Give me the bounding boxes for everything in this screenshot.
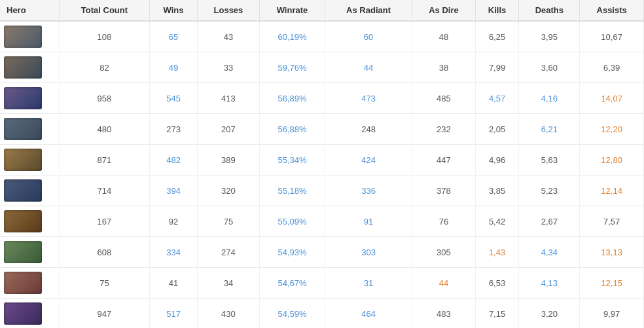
cell-wins: 41	[150, 268, 197, 299]
cell-winrate: 59,76%	[260, 52, 325, 83]
cell-deaths: 5,63	[519, 145, 580, 175]
hero-image	[4, 210, 42, 232]
cell-dire: 48	[412, 21, 475, 52]
hero-cell[interactable]	[0, 21, 59, 52]
cell-kills: 7,15	[475, 299, 519, 329]
cell-winrate: 55,09%	[260, 206, 325, 237]
hero-cell[interactable]	[0, 206, 59, 237]
cell-wins: 482	[150, 145, 197, 175]
cell-winrate: 56,89%	[260, 83, 325, 114]
cell-wins: 334	[150, 237, 197, 268]
hero-cell[interactable]	[0, 83, 59, 114]
hero-image	[4, 179, 42, 202]
table-row: 95854541356,89%4734854,574,1614,07	[0, 83, 644, 114]
cell-assists: 6,39	[580, 52, 644, 83]
hero-image	[4, 272, 42, 294]
table-row: 108654360,19%60486,253,9510,67	[0, 21, 644, 52]
column-header-winrate: Winrate	[260, 0, 325, 21]
cell-assists: 12,14	[580, 175, 644, 206]
hero-image	[4, 87, 42, 109]
table-row: 94751743054,59%4644837,153,209,97	[0, 299, 644, 329]
cell-winrate: 54,93%	[260, 237, 325, 268]
cell-kills: 4,96	[475, 145, 519, 175]
table-row: 82493359,76%44387,993,606,39	[0, 52, 644, 83]
cell-dire: 232	[412, 114, 475, 145]
cell-assists: 12,15	[580, 268, 644, 299]
column-header-as-radiant: As Radiant	[325, 0, 412, 21]
column-header-wins: Wins	[150, 0, 197, 21]
cell-radiant: 31	[325, 268, 412, 299]
cell-wins: 517	[150, 299, 197, 329]
cell-deaths: 4,13	[519, 268, 580, 299]
column-header-total-count: Total Count	[59, 0, 150, 21]
hero-cell[interactable]	[0, 268, 59, 299]
cell-radiant: 60	[325, 21, 412, 52]
cell-wins: 92	[150, 206, 197, 237]
cell-kills: 6,53	[475, 268, 519, 299]
cell-kills: 7,99	[475, 52, 519, 83]
cell-total: 167	[59, 206, 150, 237]
cell-assists: 7,57	[580, 206, 644, 237]
cell-deaths: 6,21	[519, 114, 580, 145]
cell-assists: 10,67	[580, 21, 644, 52]
cell-losses: 430	[197, 299, 259, 329]
table-row: 75413454,67%31446,534,1312,15	[0, 268, 644, 299]
cell-kills: 4,57	[475, 83, 519, 114]
cell-deaths: 4,34	[519, 237, 580, 268]
cell-kills: 5,42	[475, 206, 519, 237]
cell-radiant: 464	[325, 299, 412, 329]
hero-cell[interactable]	[0, 114, 59, 145]
hero-stats-table: HeroTotal CountWinsLossesWinrateAs Radia…	[0, 0, 644, 328]
cell-deaths: 3,60	[519, 52, 580, 83]
cell-dire: 44	[412, 268, 475, 299]
column-header-deaths: Deaths	[519, 0, 580, 21]
table-row: 167927555,09%91765,422,677,57	[0, 206, 644, 237]
cell-total: 480	[59, 114, 150, 145]
cell-deaths: 3,20	[519, 299, 580, 329]
cell-kills: 6,25	[475, 21, 519, 52]
cell-losses: 34	[197, 268, 259, 299]
hero-cell[interactable]	[0, 237, 59, 268]
column-header-kills: Kills	[475, 0, 519, 21]
cell-radiant: 248	[325, 114, 412, 145]
cell-losses: 207	[197, 114, 259, 145]
cell-winrate: 55,18%	[260, 175, 325, 206]
column-header-as-dire: As Dire	[412, 0, 475, 21]
cell-total: 608	[59, 237, 150, 268]
hero-image	[4, 302, 42, 325]
cell-total: 871	[59, 145, 150, 175]
cell-total: 75	[59, 268, 150, 299]
column-header-assists: Assists	[580, 0, 644, 21]
cell-kills: 2,05	[475, 114, 519, 145]
hero-cell[interactable]	[0, 175, 59, 206]
cell-total: 947	[59, 299, 150, 329]
cell-winrate: 60,19%	[260, 21, 325, 52]
cell-deaths: 4,16	[519, 83, 580, 114]
cell-losses: 33	[197, 52, 259, 83]
cell-total: 108	[59, 21, 150, 52]
cell-wins: 545	[150, 83, 197, 114]
hero-cell[interactable]	[0, 52, 59, 83]
cell-radiant: 303	[325, 237, 412, 268]
cell-winrate: 54,67%	[260, 268, 325, 299]
cell-losses: 43	[197, 21, 259, 52]
cell-losses: 75	[197, 206, 259, 237]
cell-radiant: 336	[325, 175, 412, 206]
cell-losses: 274	[197, 237, 259, 268]
cell-dire: 76	[412, 206, 475, 237]
hero-cell[interactable]	[0, 145, 59, 175]
cell-wins: 65	[150, 21, 197, 52]
cell-total: 82	[59, 52, 150, 83]
column-header-losses: Losses	[197, 0, 259, 21]
table-row: 71439432055,18%3363783,855,2312,14	[0, 175, 644, 206]
cell-assists: 12,80	[580, 145, 644, 175]
cell-assists: 13,13	[580, 237, 644, 268]
hero-image	[4, 241, 42, 263]
table-row: 48027320756,88%2482322,056,2112,20	[0, 114, 644, 145]
cell-radiant: 91	[325, 206, 412, 237]
cell-dire: 38	[412, 52, 475, 83]
cell-dire: 378	[412, 175, 475, 206]
cell-assists: 12,20	[580, 114, 644, 145]
cell-dire: 447	[412, 145, 475, 175]
hero-cell[interactable]	[0, 299, 59, 329]
